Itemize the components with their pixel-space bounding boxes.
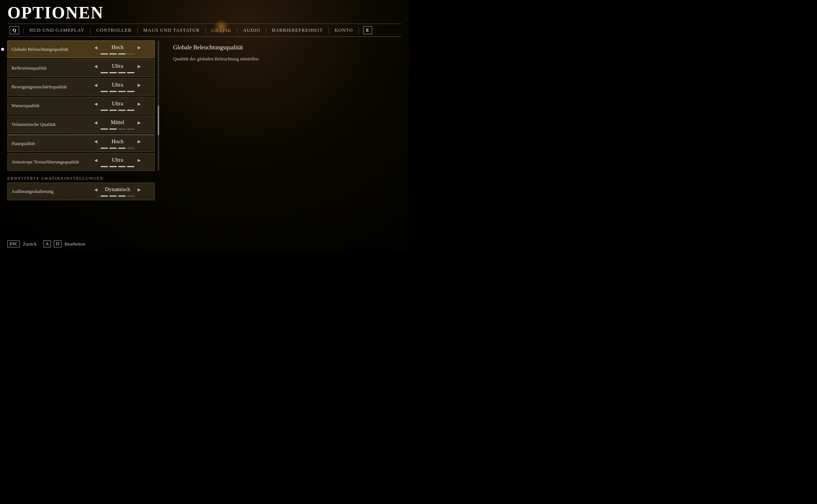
setting-control: ◄ Mittel ► <box>84 119 151 130</box>
quality-bar <box>101 148 134 149</box>
nav-tab-maus[interactable]: MAUS UND TASTATUR <box>140 27 203 34</box>
arrow-left-btn[interactable]: ◄ <box>92 101 100 107</box>
setting-row-globale-beleuchtung[interactable]: Globale Beleuchtungsqualität ◄ Hoch ► <box>7 40 155 58</box>
quality-bar <box>101 72 134 73</box>
arrow-right-btn[interactable]: ► <box>135 120 143 126</box>
arrow-left-btn[interactable]: ◄ <box>92 63 100 69</box>
bar-2 <box>109 72 117 73</box>
nav-tab-barrierefreiheit[interactable]: BARRIEREFREIHEIT <box>268 27 326 34</box>
arrow-right-btn[interactable]: ► <box>135 138 143 144</box>
setting-value-row: ◄ Dynamisch ► <box>92 186 143 193</box>
nav-key-q[interactable]: Q <box>10 26 19 34</box>
bar-3 <box>118 148 126 149</box>
nav-sep-5: | <box>236 27 238 34</box>
setting-row-aufloesung[interactable]: Auflösungsskalierung ◄ Dynamisch ► <box>7 183 155 200</box>
arrow-right-btn[interactable]: ► <box>135 101 143 107</box>
footer-a-key[interactable]: A <box>43 240 51 247</box>
nav-tab-controller[interactable]: CONTROLLER <box>92 27 135 34</box>
bar-3 <box>118 91 126 92</box>
nav-tab-grafik[interactable]: GRAFIK <box>208 27 235 34</box>
arrow-right-btn[interactable]: ► <box>135 63 143 69</box>
bar-3 <box>118 110 126 111</box>
setting-row-bewegungsunschaerfe[interactable]: Bewegungsunschärfequalität ◄ Ultra ► <box>7 78 155 96</box>
arrow-right-btn[interactable]: ► <box>135 157 143 163</box>
bar-4 <box>127 53 134 54</box>
arrow-right-btn[interactable]: ► <box>135 45 143 50</box>
setting-row-haar[interactable]: Haarqualität ◄ Hoch ► <box>7 134 155 152</box>
bar-3 <box>118 128 126 130</box>
nav-sep-8: | <box>358 27 360 34</box>
quality-bar <box>101 166 134 167</box>
setting-label: Haarqualität <box>11 141 84 147</box>
arrow-left-btn[interactable]: ◄ <box>92 157 100 163</box>
setting-value-row: ◄ Hoch ► <box>92 44 143 50</box>
arrow-right-btn[interactable]: ► <box>135 82 143 88</box>
scroll-thumb[interactable] <box>158 106 159 135</box>
advanced-section-header: ERWEITERTE GRAFIKEINSTELLUNGEN <box>7 176 155 180</box>
setting-label: Wasserqualität <box>11 103 84 109</box>
setting-row-anisotrop[interactable]: Anisotrope Texturfilterungsqualität ◄ Ul… <box>7 153 155 171</box>
nav-tab-konto[interactable]: KONTO <box>331 27 357 34</box>
footer-esc-key[interactable]: ESC <box>7 240 20 247</box>
bar-4 <box>127 166 134 167</box>
nav-key-e[interactable]: E <box>363 26 372 34</box>
setting-label: Volumetrische Qualität <box>11 121 84 127</box>
setting-control: ◄ Ultra ► <box>84 63 151 73</box>
nav-sep-4: | <box>205 27 206 34</box>
nav-tab-audio[interactable]: AUDIO <box>239 27 264 34</box>
nav-sep-7: | <box>328 27 329 34</box>
page-title: OPTIONEN <box>7 4 401 21</box>
setting-control: ◄ Ultra ► <box>84 101 151 111</box>
setting-control: ◄ Ultra ► <box>84 157 151 167</box>
bar-2 <box>109 195 117 197</box>
setting-value-row: ◄ Ultra ► <box>92 157 143 163</box>
bar-1 <box>101 195 108 197</box>
arrow-right-btn[interactable]: ► <box>135 187 143 193</box>
nav-sep-6: | <box>266 27 267 34</box>
setting-control: ◄ Hoch ► <box>84 138 151 149</box>
bar-2 <box>109 91 117 92</box>
bar-1 <box>101 128 108 130</box>
header: OPTIONEN Q | HUD UND GAMEPLAY | CONTROLL… <box>0 0 408 37</box>
footer-d-key[interactable]: D <box>54 240 62 247</box>
arrow-left-btn[interactable]: ◄ <box>92 120 100 126</box>
nav-bar: Q | HUD UND GAMEPLAY | CONTROLLER | MAUS… <box>7 24 401 37</box>
settings-scroll: Globale Beleuchtungsqualität ◄ Hoch ► <box>7 40 155 171</box>
description-panel: Globale Beleuchtungsqualität Qualität de… <box>166 40 401 201</box>
bar-4 <box>127 128 134 130</box>
arrow-left-btn[interactable]: ◄ <box>92 45 100 50</box>
setting-control: ◄ Ultra ► <box>84 82 151 92</box>
main-content: Globale Beleuchtungsqualität ◄ Hoch ► <box>0 37 408 205</box>
nav-sep-3: | <box>137 27 138 34</box>
quality-bar <box>101 195 134 197</box>
bar-1 <box>101 72 108 73</box>
arrow-left-btn[interactable]: ◄ <box>92 138 100 144</box>
bar-3 <box>118 195 126 197</box>
bar-4 <box>127 195 134 197</box>
setting-value: Ultra <box>103 101 132 107</box>
setting-value-row: ◄ Ultra ► <box>92 101 143 107</box>
bar-1 <box>101 110 108 111</box>
bar-2 <box>109 110 117 111</box>
setting-row-wasser[interactable]: Wasserqualität ◄ Ultra ► <box>7 97 155 114</box>
setting-row-volumetrisch[interactable]: Volumetrische Qualität ◄ Mittel ► <box>7 116 155 133</box>
bar-3 <box>118 72 126 73</box>
setting-value: Dynamisch <box>103 186 132 193</box>
nav-sep-1: | <box>23 27 24 34</box>
nav-tab-hud[interactable]: HUD UND GAMEPLAY <box>26 27 88 34</box>
arrow-left-btn[interactable]: ◄ <box>92 187 100 193</box>
setting-row-reflexion[interactable]: Reflexionsqualität ◄ Ultra ► <box>7 59 155 77</box>
quality-bar <box>101 91 134 92</box>
arrow-left-btn[interactable]: ◄ <box>92 82 100 88</box>
scroll-track[interactable] <box>158 40 159 171</box>
bar-1 <box>101 91 108 92</box>
setting-value: Ultra <box>103 82 132 88</box>
bar-2 <box>109 166 117 167</box>
setting-value: Ultra <box>103 63 132 69</box>
bar-4 <box>127 72 134 73</box>
quality-bar <box>101 110 134 111</box>
bar-2 <box>109 53 117 54</box>
setting-label: Globale Beleuchtungsqualität <box>11 46 84 52</box>
nav-grafik-wrap: GRAFIK <box>208 27 235 34</box>
setting-control: ◄ Hoch ► <box>84 44 151 54</box>
